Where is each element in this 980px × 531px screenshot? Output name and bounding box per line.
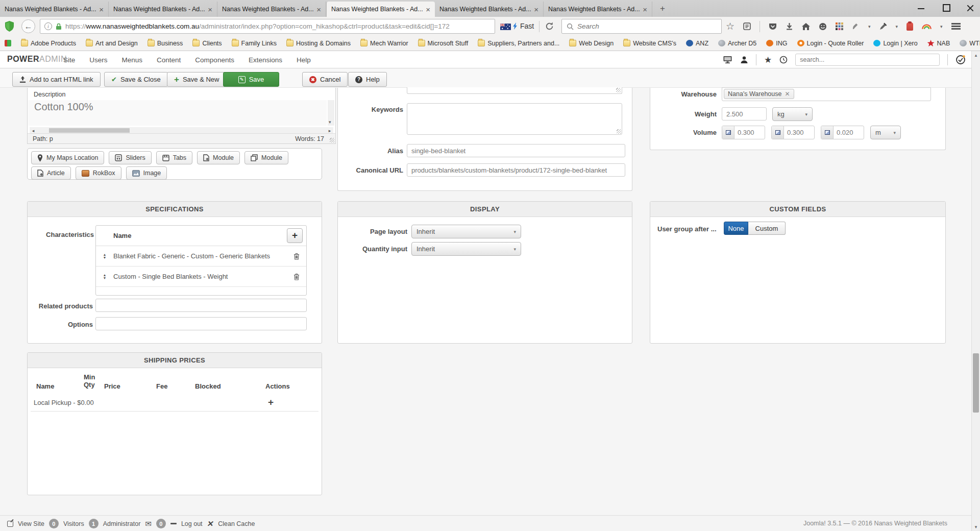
image-button[interactable]: Image [126, 166, 167, 180]
module-button[interactable]: Module [197, 151, 240, 164]
color-grid-icon[interactable] [836, 22, 843, 30]
clock-icon[interactable] [779, 56, 788, 64]
browser-tab[interactable]: Nanas Weighted Blankets - Ad...× [326, 2, 435, 17]
warehouse-input[interactable]: Nana's Warehouse✕ [722, 87, 931, 101]
module-button[interactable]: Module [244, 151, 288, 164]
menu-item-content[interactable]: Content [157, 56, 181, 64]
bookmark-item[interactable]: Archer D5 [718, 40, 756, 47]
user-icon[interactable] [740, 56, 748, 64]
australia-flag-icon[interactable] [500, 23, 511, 32]
bookmark-item[interactable]: Login | Xero [873, 40, 917, 47]
bookmark-item[interactable]: Art and Design [86, 40, 138, 47]
quantity-input-select[interactable]: Inherit▾ [411, 242, 521, 256]
save-new-button[interactable]: +Save & New [167, 72, 226, 87]
browser-tab[interactable]: Nanas Weighted Blankets - Ad...× [0, 2, 109, 17]
delete-trash-icon[interactable] [293, 273, 300, 280]
scroll-down-icon[interactable]: ▾ [972, 524, 980, 529]
options-input[interactable] [95, 317, 307, 330]
scrollbar-thumb[interactable] [49, 128, 130, 133]
pocket-icon[interactable] [769, 22, 777, 31]
resize-grip[interactable] [616, 88, 621, 92]
menu-item-users[interactable]: Users [89, 56, 107, 64]
bookmark-item[interactable]: Website CMS's [623, 40, 676, 47]
volume-length-input[interactable]: 0.300 [771, 126, 815, 139]
bookmark-item[interactable]: Adobe Products [21, 40, 76, 47]
sliders-button[interactable]: Sliders [109, 151, 151, 164]
weight-unit-select[interactable]: kg▾ [772, 107, 813, 121]
tab-close-icon[interactable]: × [423, 5, 430, 14]
url-bar[interactable]: i https://www.nanasweightedblankets.com.… [40, 19, 495, 34]
volume-unit-select[interactable]: m▾ [870, 126, 901, 139]
page-info-icon[interactable]: i [44, 22, 52, 30]
logout-link[interactable]: Log out [181, 520, 203, 527]
editor-text[interactable]: Cotton 100% [34, 101, 93, 113]
bookmark-item[interactable]: Mech Warrior [360, 40, 408, 47]
keywords-textarea[interactable] [407, 103, 622, 135]
tab-close-icon[interactable]: × [640, 5, 647, 14]
scrollbar-thumb[interactable] [973, 353, 979, 413]
menu-item-site[interactable]: Site [63, 56, 75, 64]
menu-item-components[interactable]: Components [195, 56, 234, 64]
menu-hamburger-icon[interactable] [951, 23, 961, 30]
browser-tab[interactable]: Nanas Weighted Blankets - Ad...× [435, 2, 544, 17]
reading-list-icon[interactable] [743, 22, 751, 30]
bookmark-item[interactable]: WTP-FS02 [960, 40, 980, 47]
save-button[interactable]: ✎Save [223, 72, 279, 87]
bookmark-item[interactable]: Web Design [569, 40, 614, 47]
https-lock-icon[interactable] [56, 23, 62, 30]
eraser-icon[interactable] [906, 22, 913, 31]
admin-search-input[interactable] [795, 54, 940, 66]
weight-input[interactable] [722, 107, 767, 120]
browser-tab[interactable]: Nanas Weighted Blankets - Ad...× [217, 2, 326, 17]
chevron-down-icon[interactable]: ▾ [896, 24, 898, 29]
eyedropper-icon[interactable] [879, 22, 887, 30]
speed-indicator[interactable]: Fast [513, 21, 534, 31]
browser-search-box[interactable] [561, 19, 722, 34]
bookmark-item[interactable]: Business [148, 40, 183, 47]
minimize-icon[interactable] [916, 2, 927, 12]
bookmark-item[interactable]: Login - Quote Roller [797, 40, 864, 47]
tabs-button[interactable]: Tabs [156, 151, 192, 164]
editor-vertical-scrollbar[interactable]: ▾ [328, 100, 334, 126]
menu-item-menus[interactable]: Menus [122, 56, 143, 64]
user-group-custom-button[interactable]: Custom [748, 222, 786, 235]
my-maps-location-button[interactable]: My Maps Location [31, 151, 104, 164]
menu-item-extensions[interactable]: Extensions [249, 56, 282, 64]
scroll-up-icon[interactable]: ▴ [972, 53, 980, 58]
monitor-icon[interactable] [723, 56, 732, 64]
close-window-icon[interactable] [965, 2, 976, 12]
add-shipping-price-button[interactable]: + [268, 397, 274, 408]
page-layout-select[interactable]: Inherit▾ [411, 225, 521, 238]
download-icon[interactable] [786, 22, 793, 30]
home-icon[interactable] [802, 23, 810, 30]
drag-handle-icon[interactable]: ▲▼ [101, 253, 108, 259]
poweradmin-logo[interactable]: POWERADMIN [7, 55, 67, 64]
remove-tag-icon[interactable]: ✕ [785, 90, 790, 98]
messages-icon[interactable]: ✉ [145, 519, 152, 528]
rainbow-icon[interactable] [922, 23, 932, 29]
user-group-none-button[interactable]: None [724, 222, 748, 235]
back-button[interactable]: ← [21, 19, 35, 33]
menu-item-help[interactable]: Help [297, 56, 311, 64]
related-products-input[interactable] [95, 299, 307, 312]
article-button[interactable]: Article [31, 166, 71, 180]
scroll-left-icon[interactable]: ◂ [30, 128, 37, 133]
warehouse-tag[interactable]: Nana's Warehouse✕ [724, 89, 794, 99]
tab-close-icon[interactable]: × [531, 5, 538, 14]
canonical-url-input[interactable] [407, 163, 625, 177]
bookmark-item[interactable]: ING [766, 40, 787, 47]
help-button[interactable]: ?Help [348, 72, 387, 87]
bookmark-item[interactable]: Hosting & Domains [286, 40, 351, 47]
bookmark-item[interactable] [5, 40, 11, 46]
browser-tab[interactable]: Nanas Weighted Blankets - Ad...× [544, 2, 652, 17]
favorites-star-icon[interactable]: ★ [764, 55, 772, 65]
clean-cache-link[interactable]: Clean Cache [218, 520, 255, 527]
reload-icon[interactable] [545, 22, 554, 33]
delete-trash-icon[interactable] [293, 253, 300, 260]
browser-tab[interactable]: Nanas Weighted Blankets - Ad...× [109, 2, 217, 17]
volume-height-input[interactable]: 0.020 [821, 126, 864, 139]
chevron-down-icon[interactable]: ▾ [868, 24, 871, 29]
tab-close-icon[interactable]: × [205, 5, 212, 14]
tab-close-icon[interactable]: × [96, 5, 104, 14]
new-tab-button[interactable]: + [656, 3, 669, 14]
